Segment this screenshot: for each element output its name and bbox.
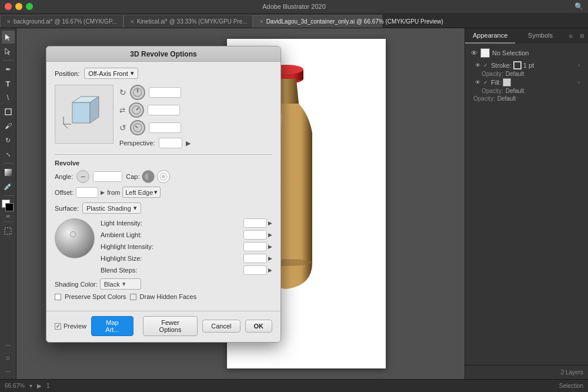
- svg-rect-0: [5, 109, 11, 115]
- close-button[interactable]: [5, 3, 12, 10]
- panel-expand-icon[interactable]: ⊞: [576, 33, 588, 39]
- highlight-size-row: Highlight Size: 90% ▶: [101, 254, 272, 263]
- swap-colors[interactable]: ⇄: [2, 214, 15, 219]
- rect-tool[interactable]: [2, 105, 15, 118]
- toolbar-divider: [3, 221, 14, 222]
- cap-solid-button[interactable]: [142, 170, 155, 183]
- tab-background[interactable]: ✕ background.ai* @ 16.67% (CMYK/GP...: [0, 15, 123, 28]
- tab-close-icon[interactable]: ✕: [6, 19, 11, 25]
- selection-tool[interactable]: [2, 31, 15, 44]
- tab-kinetical[interactable]: ✕ Kinetical.ai* @ 33.33% (CMYK/GPU Pre..…: [123, 15, 253, 28]
- gradient-tool[interactable]: [2, 166, 15, 179]
- rotation-y-input[interactable]: -26°: [148, 105, 180, 115]
- position-select[interactable]: Off-Axis Front ▾: [84, 68, 138, 79]
- tab-close-icon[interactable]: ✕: [130, 19, 135, 25]
- light-dot[interactable]: [70, 231, 76, 237]
- highlight-intensity-arrow[interactable]: ▶: [268, 244, 272, 250]
- blend-steps-arrow[interactable]: ▶: [268, 267, 272, 273]
- tab-appearance[interactable]: Appearance: [465, 28, 515, 44]
- rotation-z-dial[interactable]: [130, 120, 145, 135]
- ambient-light-label: Ambient Light:: [101, 231, 142, 238]
- lighting-area: Light Intensity: 100% ▶ Ambient Light: 5…: [55, 218, 272, 275]
- tab-bar: ✕ background.ai* @ 16.67% (CMYK/GP... ✕ …: [0, 13, 588, 28]
- layer-btn-1[interactable]: ←: [0, 353, 2, 363]
- global-opacity-value: Default: [497, 95, 516, 102]
- cap-hollow-button[interactable]: [157, 170, 170, 183]
- highlight-size-arrow[interactable]: ▶: [268, 255, 272, 261]
- type-tool[interactable]: T: [2, 77, 15, 90]
- ambient-light-row: Ambient Light: 50% ▶: [101, 230, 272, 240]
- status-divider: ▾: [29, 383, 32, 389]
- perspective-input[interactable]: 0°: [159, 138, 182, 148]
- rotation-x-input[interactable]: -18°: [149, 87, 181, 98]
- title-bar-right: 🔍: [574, 2, 583, 11]
- map-art-button[interactable]: Map Art...: [91, 316, 133, 336]
- layer-btn-2[interactable]: □: [4, 353, 13, 363]
- more-tools[interactable]: …: [2, 364, 15, 377]
- perspective-label: Perspective:: [119, 139, 155, 147]
- tab-davidlagou[interactable]: ✕ DavidLagou_3d_container_only.ai @ 66.6…: [253, 15, 382, 28]
- minimize-button[interactable]: [15, 3, 22, 10]
- panel-menu-icon[interactable]: ≡: [566, 32, 576, 39]
- shading-color-select[interactable]: Black ▾: [100, 278, 141, 290]
- visibility-icon[interactable]: 👁: [470, 49, 478, 57]
- rotation-z-input[interactable]: 8°: [149, 122, 181, 133]
- dialog-footer: ✓ Preview Map Art... Fewer Options Cance…: [46, 311, 280, 342]
- surface-chevron-icon: ▾: [133, 204, 137, 212]
- scale-tool[interactable]: ⤡: [2, 148, 15, 161]
- light-intensity-input[interactable]: 100%: [243, 218, 267, 228]
- rotation-x-icon: ↻: [119, 88, 126, 97]
- appearance-panel: 👁 No Selection 👁 ✓ Stroke: 1 pt › Opacit…: [465, 44, 588, 365]
- highlight-size-input[interactable]: 90%: [243, 254, 267, 263]
- highlight-intensity-label: Highlight Intensity:: [101, 243, 153, 250]
- fly-out-menu[interactable]: ⋯: [2, 339, 15, 352]
- cap-section: Cap:: [126, 170, 170, 183]
- angle-input[interactable]: 360°: [93, 171, 122, 182]
- rotation-x-dial[interactable]: [130, 85, 145, 100]
- fewer-options-button[interactable]: Fewer Options: [143, 316, 198, 336]
- maximize-button[interactable]: [26, 3, 33, 10]
- draw-hidden-checkbox[interactable]: [130, 294, 136, 300]
- traffic-lights[interactable]: [5, 3, 33, 10]
- search-icon[interactable]: 🔍: [574, 2, 583, 11]
- light-intensity-arrow[interactable]: ▶: [268, 220, 272, 226]
- eyedropper-tool[interactable]: 💉: [2, 180, 15, 193]
- svg-line-13: [64, 124, 68, 128]
- preserve-spot-checkbox[interactable]: [55, 294, 61, 300]
- pen-tool[interactable]: ✒: [2, 63, 15, 76]
- fill-color-swatch[interactable]: [2, 200, 15, 212]
- blend-steps-input[interactable]: 25: [243, 265, 267, 275]
- direct-selection-tool[interactable]: [2, 45, 15, 58]
- angle-minus-button[interactable]: −: [76, 170, 89, 183]
- tab-close-icon[interactable]: ✕: [259, 19, 264, 25]
- offset-input[interactable]: 0 pt: [76, 187, 98, 198]
- light-ball[interactable]: [55, 218, 95, 258]
- preview-check-icon: ✓: [56, 323, 61, 329]
- artboard-tool[interactable]: [2, 224, 15, 237]
- canvas-area[interactable]: 3D Revolve Options Position: Off-Axis Fr…: [16, 28, 465, 379]
- ambient-light-input[interactable]: 50%: [243, 230, 267, 240]
- main-area: ✒ T \ 🖌 ↻ ⤡ 💉 ⇄ ⋯ ← □ □: [0, 28, 588, 379]
- from-select[interactable]: Left Edge ▾: [122, 187, 161, 198]
- cancel-button[interactable]: Cancel: [202, 320, 240, 333]
- rotation-y-dial[interactable]: [129, 102, 144, 118]
- rotate-tool[interactable]: ↻: [2, 134, 15, 147]
- paintbrush-tool[interactable]: 🖌: [2, 119, 15, 132]
- surface-select[interactable]: Plastic Shading ▾: [82, 202, 141, 214]
- fill-vis-icon[interactable]: 👁: [473, 79, 482, 85]
- line-tool[interactable]: \: [2, 91, 15, 104]
- highlight-intensity-input[interactable]: 60%: [243, 242, 267, 251]
- fill-panel-arrow: ›: [575, 79, 583, 85]
- position-row: Position: Off-Axis Front ▾: [55, 68, 272, 79]
- fill-color-box[interactable]: [503, 78, 511, 87]
- stroke-color-box[interactable]: [513, 61, 522, 69]
- ok-button[interactable]: OK: [245, 320, 273, 333]
- tab-symbols[interactable]: Symbols: [515, 28, 565, 44]
- stroke-vis-icon[interactable]: 👁: [473, 62, 482, 68]
- offset-arrow-icon[interactable]: ▶: [101, 190, 105, 195]
- fill-label-text: Fill:: [491, 79, 501, 86]
- revolve-section-title: Revolve: [55, 160, 272, 167]
- ambient-light-arrow[interactable]: ▶: [268, 232, 272, 238]
- perspective-arrow-icon[interactable]: ▶: [186, 139, 191, 147]
- preview-checkbox[interactable]: ✓: [55, 323, 61, 330]
